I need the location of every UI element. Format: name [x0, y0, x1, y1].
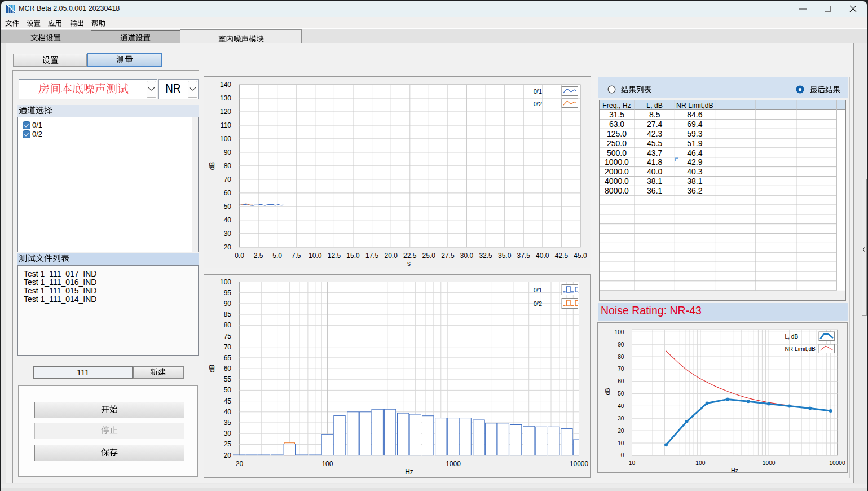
svg-text:Hz: Hz [731, 467, 738, 473]
svg-text:80: 80 [224, 162, 232, 170]
svg-text:50: 50 [224, 386, 232, 394]
svg-text:100: 100 [220, 135, 231, 143]
svg-text:8.5: 8.5 [649, 110, 660, 119]
svg-text:100: 100 [321, 460, 333, 468]
svg-text:15.0: 15.0 [346, 252, 360, 260]
svg-text:70: 70 [618, 366, 624, 372]
svg-text:10: 10 [629, 460, 636, 466]
svg-text:40.0: 40.0 [536, 252, 549, 260]
svg-text:45.0: 45.0 [574, 252, 587, 260]
svg-text:45: 45 [224, 397, 232, 405]
svg-text:37.5: 37.5 [517, 252, 531, 260]
svg-text:20.0: 20.0 [385, 252, 398, 260]
svg-text:dB: dB [208, 365, 216, 373]
svg-text:130: 130 [220, 94, 231, 102]
svg-text:100: 100 [220, 278, 231, 286]
svg-text:36.1: 36.1 [647, 186, 662, 195]
svg-text:20: 20 [618, 428, 624, 434]
svg-text:125.0: 125.0 [607, 129, 627, 138]
svg-text:120: 120 [220, 108, 231, 116]
svg-text:70: 70 [224, 343, 232, 351]
svg-text:s: s [407, 260, 411, 268]
svg-text:50: 50 [224, 203, 232, 211]
svg-text:22.5: 22.5 [403, 252, 417, 260]
svg-text:Hz: Hz [405, 468, 413, 476]
svg-text:90: 90 [224, 148, 232, 156]
svg-text:20: 20 [224, 451, 232, 459]
svg-text:1000: 1000 [446, 460, 461, 468]
svg-text:42.5: 42.5 [555, 252, 569, 260]
svg-text:40: 40 [224, 216, 232, 224]
svg-text:25.0: 25.0 [422, 252, 436, 260]
svg-text:36.2: 36.2 [687, 186, 702, 195]
svg-text:27.4: 27.4 [647, 120, 662, 129]
svg-text:40.0: 40.0 [647, 167, 662, 176]
svg-text:10000: 10000 [829, 460, 845, 466]
svg-text:31.5: 31.5 [609, 110, 624, 119]
svg-text:46.4: 46.4 [687, 148, 702, 157]
svg-text:90: 90 [224, 300, 232, 308]
svg-text:0/1: 0/1 [534, 287, 542, 293]
svg-text:7.5: 7.5 [292, 252, 301, 260]
svg-text:110: 110 [221, 121, 231, 129]
svg-text:35.0: 35.0 [498, 252, 512, 260]
svg-text:42.3: 42.3 [647, 129, 662, 138]
svg-text:140: 140 [220, 81, 231, 89]
svg-text:41.8: 41.8 [647, 157, 662, 166]
svg-text:51.9: 51.9 [687, 139, 702, 148]
svg-text:10.0: 10.0 [309, 252, 322, 260]
svg-text:30: 30 [224, 230, 232, 238]
svg-text:60: 60 [618, 378, 624, 384]
svg-text:69.4: 69.4 [687, 120, 702, 129]
svg-text:30: 30 [618, 415, 624, 422]
svg-text:84.6: 84.6 [687, 110, 702, 119]
svg-text:38.1: 38.1 [647, 177, 662, 186]
svg-text:250.0: 250.0 [607, 139, 627, 148]
svg-text:12.5: 12.5 [328, 252, 341, 260]
svg-text:40: 40 [618, 403, 624, 409]
svg-text:45.5: 45.5 [647, 139, 662, 148]
svg-text:dB: dB [208, 162, 216, 170]
svg-text:27.5: 27.5 [441, 252, 455, 260]
svg-text:55: 55 [224, 375, 232, 383]
svg-text:20: 20 [236, 460, 244, 468]
svg-text:NR Limit,dB: NR Limit,dB [785, 346, 816, 352]
svg-text:40: 40 [224, 408, 232, 416]
svg-text:63.0: 63.0 [609, 120, 624, 129]
svg-text:38.1: 38.1 [687, 177, 702, 186]
svg-text:30: 30 [224, 429, 232, 437]
svg-text:90: 90 [618, 341, 624, 348]
svg-text:100: 100 [615, 329, 624, 335]
svg-text:2000.0: 2000.0 [605, 167, 629, 176]
svg-text:NR Limit,dB: NR Limit,dB [676, 102, 713, 109]
svg-text:59.3: 59.3 [687, 129, 702, 138]
svg-text:42.9: 42.9 [687, 157, 702, 166]
svg-text:0/1: 0/1 [534, 88, 542, 95]
svg-text:10: 10 [618, 440, 624, 446]
svg-text:17.5: 17.5 [365, 252, 379, 260]
svg-text:8000.0: 8000.0 [605, 186, 629, 195]
svg-text:35: 35 [224, 419, 232, 427]
svg-text:43.7: 43.7 [647, 148, 662, 157]
svg-text:5.0: 5.0 [272, 252, 282, 260]
svg-text:75: 75 [224, 332, 232, 340]
svg-text:85: 85 [224, 310, 232, 318]
svg-text:70: 70 [224, 176, 232, 183]
svg-text:20: 20 [224, 243, 232, 251]
svg-text:32.5: 32.5 [479, 252, 492, 260]
svg-text:60: 60 [224, 189, 232, 197]
svg-text:40.3: 40.3 [687, 167, 702, 176]
svg-text:65: 65 [224, 354, 232, 362]
svg-text:0/2: 0/2 [534, 100, 542, 107]
svg-text:L, dB: L, dB [785, 334, 799, 340]
svg-text:1000.0: 1000.0 [605, 157, 629, 166]
svg-text:0.0: 0.0 [235, 252, 244, 260]
svg-text:60: 60 [224, 365, 232, 372]
svg-text:500.0: 500.0 [607, 148, 627, 157]
svg-text:1000: 1000 [763, 460, 776, 466]
svg-text:dB: dB [604, 388, 611, 396]
svg-text:25: 25 [224, 440, 232, 448]
svg-text:10000: 10000 [570, 460, 589, 468]
svg-text:95: 95 [224, 289, 232, 297]
svg-text:30.0: 30.0 [460, 252, 474, 260]
